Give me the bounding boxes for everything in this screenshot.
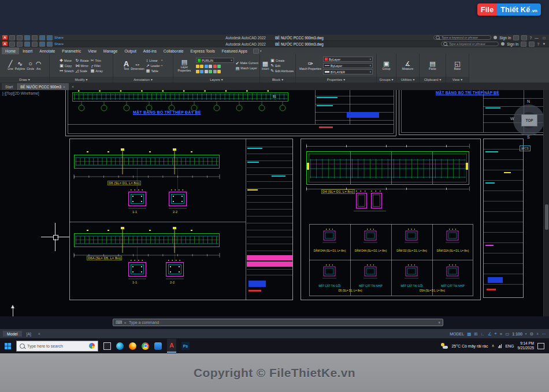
action-center-icon[interactable]	[537, 343, 544, 349]
panel-label-block[interactable]: Block▾	[260, 77, 295, 83]
tray-chevron-icon[interactable]: ∧	[491, 344, 494, 348]
viewport-controls[interactable]: [-][Top][2D Wireframe]	[2, 91, 39, 95]
model-space-indicator[interactable]: MODEL	[450, 332, 464, 336]
tool-text[interactable]: AText	[124, 61, 129, 71]
polar-icon[interactable]: ∠	[488, 331, 492, 337]
sign-in-button[interactable]: Sign In	[499, 36, 511, 40]
layer-on-icon[interactable]	[196, 70, 199, 73]
tool-make-current[interactable]: ✔Make Current	[236, 61, 258, 65]
help-search-input[interactable]: Type a keyword or phrase	[433, 35, 491, 40]
minimize-button[interactable]: —	[534, 36, 539, 40]
tab-insert[interactable]: Insert	[19, 47, 36, 54]
layer-freeze-icon[interactable]	[205, 65, 208, 68]
tool-match-layer[interactable]: ▤Match Layer	[236, 66, 258, 70]
layer-lock-icon[interactable]	[205, 70, 208, 73]
notifications-icon[interactable]	[529, 42, 535, 47]
print-icon[interactable]	[32, 35, 38, 40]
gear-icon[interactable]: ⚙	[529, 331, 533, 337]
tool-fillet[interactable]: ╭Fillet	[91, 64, 103, 68]
sign-in-button[interactable]: Sign In	[507, 42, 518, 46]
osnap-icon[interactable]: ⌖	[495, 331, 497, 337]
panel-label-annotation[interactable]: Annotation▾	[113, 77, 173, 83]
language-indicator[interactable]: ENG	[505, 344, 514, 348]
tool-move[interactable]: ✚Move	[60, 58, 73, 62]
undo-icon[interactable]	[39, 35, 45, 40]
tool-line[interactable]: ╱Line	[8, 61, 13, 71]
layer-on-icon[interactable]	[196, 65, 199, 68]
open-icon[interactable]	[17, 42, 23, 47]
ribbon-toggle-icon[interactable]	[253, 48, 259, 54]
tab-collaborate[interactable]: Collaborate	[160, 47, 187, 54]
viewcube-north[interactable]: N	[527, 99, 530, 103]
open-icon[interactable]	[17, 35, 23, 40]
viewcube-south[interactable]: S	[527, 135, 530, 139]
tab-express-tools[interactable]: Express Tools	[187, 47, 218, 54]
clock[interactable]: 9:14 PM 9/21/2025	[518, 341, 534, 350]
redo-icon[interactable]	[47, 35, 53, 40]
new-tab-button[interactable]: +	[69, 83, 77, 90]
tool-array[interactable]: ▦Array	[91, 69, 103, 73]
panel-label-layers[interactable]: Layers▾	[173, 77, 259, 83]
task-view-button[interactable]	[103, 342, 111, 350]
layout-tab[interactable]: [A]	[24, 331, 34, 337]
search-highlights-icon[interactable]	[89, 343, 95, 349]
help-search-input[interactable]: Type a keyword or phrase	[441, 42, 499, 46]
maximize-button[interactable]: □	[541, 36, 547, 40]
save-icon[interactable]	[24, 35, 30, 40]
tab-home[interactable]: Home	[2, 47, 19, 54]
panel-label-view[interactable]: View▾	[446, 77, 469, 83]
object-color-select[interactable]: ByLayer▾	[323, 57, 373, 62]
tool-rotate[interactable]: ↻Rotate	[76, 58, 89, 62]
new-file-icon[interactable]	[9, 42, 15, 47]
panel-label-modify[interactable]: Modify▾	[50, 77, 113, 83]
tab-parametric[interactable]: Parametric	[58, 47, 84, 54]
autocad-app-icon[interactable]: A	[2, 42, 8, 46]
panel-label-groups[interactable]: Groups▾	[377, 77, 396, 83]
notifications-icon[interactable]	[521, 35, 527, 40]
tool-group[interactable]: ▣Group	[383, 61, 391, 71]
caret-down-icon[interactable]: ▾	[525, 332, 527, 335]
tool-paste[interactable]: ▤Paste	[429, 61, 436, 71]
tool-scale[interactable]: ◿Scale	[76, 69, 89, 73]
layer-on-icon[interactable]	[217, 70, 221, 73]
file-tab-start[interactable]: Start	[2, 83, 16, 90]
tool-measure[interactable]: ∡Measure	[402, 61, 413, 71]
photoshop-icon[interactable]: Ps	[181, 342, 190, 350]
add-layout-button[interactable]: +	[36, 331, 43, 337]
tool-copy[interactable]: ▣Copy	[60, 64, 73, 68]
tool-match-properties[interactable]: ✑Match Properties	[299, 61, 321, 71]
weather-text[interactable]: 25°C Có mây rải rác	[451, 344, 488, 348]
panel-label-clipboard[interactable]: Clipboard▾	[420, 77, 446, 83]
network-icon[interactable]	[498, 344, 502, 348]
tab-output[interactable]: Output	[121, 47, 139, 54]
blue-app-icon[interactable]	[154, 342, 162, 350]
vertical-scrollbar[interactable]	[543, 90, 549, 316]
tool-circle[interactable]: ○Circle	[27, 61, 34, 71]
lineweight-icon[interactable]: ≡	[500, 331, 502, 337]
viewcube-top-face[interactable]: TOP	[521, 114, 537, 126]
caret-down-icon[interactable]: ▾	[439, 320, 440, 325]
tool-base[interactable]: ◱Base	[454, 61, 461, 71]
save-icon[interactable]	[24, 42, 30, 47]
cart-icon[interactable]	[513, 35, 519, 40]
tool-trim[interactable]: ✂Trim	[91, 58, 103, 62]
undo-icon[interactable]	[39, 42, 45, 47]
tool-linear[interactable]: ↕Linear▾	[146, 58, 162, 62]
tool-arc[interactable]: ◠Arc	[36, 61, 42, 71]
tool-create-block[interactable]: ▣Create	[270, 58, 294, 62]
plus-icon[interactable]: +	[536, 331, 539, 337]
autocad-app-icon[interactable]: A	[2, 35, 8, 40]
firefox-icon[interactable]	[129, 342, 136, 350]
help-icon[interactable]: ?	[529, 36, 532, 40]
layer-lock-icon[interactable]	[209, 65, 212, 68]
grid-icon[interactable]: ▦	[467, 331, 471, 337]
tool-edit-block[interactable]: ✎Edit	[270, 64, 294, 68]
tool-table[interactable]: ▦Table	[146, 69, 162, 73]
layer-off-icon[interactable]	[213, 65, 217, 68]
viewcube-west[interactable]: W	[510, 117, 514, 121]
more-icon[interactable]: ⋯	[542, 331, 547, 337]
panel-label-utilities[interactable]: Utilities▾	[396, 77, 419, 83]
tool-mirror[interactable]: ⋈Mirror	[76, 64, 89, 68]
layer-freeze-icon[interactable]	[200, 70, 203, 73]
taskbar-search-input[interactable]: Type here to search	[16, 341, 98, 352]
